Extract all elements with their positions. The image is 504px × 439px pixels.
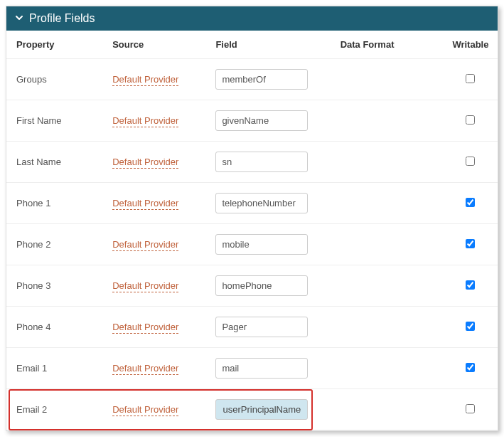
col-source: Source <box>102 31 205 59</box>
table-row: First NameDefault Provider <box>6 100 498 142</box>
format-cell <box>331 307 441 348</box>
source-cell: Default Provider <box>102 183 205 224</box>
writable-cell <box>441 348 498 389</box>
format-cell <box>331 265 441 307</box>
source-cell: Default Provider <box>102 100 205 142</box>
format-cell <box>331 348 441 389</box>
table-row: Phone 3Default Provider <box>6 265 498 307</box>
field-input[interactable] <box>215 69 308 90</box>
source-cell: Default Provider <box>102 348 205 389</box>
field-cell <box>205 348 330 389</box>
writable-cell <box>441 142 498 183</box>
field-input[interactable] <box>215 234 308 255</box>
field-input[interactable] <box>215 152 308 172</box>
property-cell: Groups <box>6 59 102 100</box>
format-cell <box>331 389 441 430</box>
profile-fields-table: Property Source Field Data Format Writab… <box>6 31 498 430</box>
chevron-down-icon <box>15 14 23 24</box>
source-link[interactable]: Default Provider <box>112 74 178 86</box>
writable-cell <box>441 307 498 348</box>
source-link[interactable]: Default Provider <box>112 322 178 334</box>
property-cell: Phone 1 <box>6 183 102 224</box>
source-link[interactable]: Default Provider <box>112 157 178 169</box>
property-cell: Last Name <box>6 142 102 183</box>
source-link[interactable]: Default Provider <box>112 363 178 375</box>
table-row: Last NameDefault Provider <box>6 142 498 183</box>
format-cell <box>331 183 441 224</box>
field-cell <box>205 183 330 224</box>
field-cell <box>205 224 330 265</box>
table-row: Phone 2Default Provider <box>6 224 498 265</box>
field-cell <box>205 389 330 430</box>
field-input[interactable] <box>215 358 308 379</box>
panel-header[interactable]: Profile Fields <box>6 6 498 31</box>
table-row: Phone 1Default Provider <box>6 183 498 224</box>
table-container: Property Source Field Data Format Writab… <box>6 31 498 430</box>
property-cell: First Name <box>6 100 102 142</box>
field-input[interactable] <box>215 193 308 213</box>
writable-checkbox[interactable] <box>466 322 475 331</box>
panel-title: Profile Fields <box>29 12 95 25</box>
field-cell <box>205 265 330 307</box>
property-cell: Phone 3 <box>6 265 102 307</box>
col-property: Property <box>6 31 102 59</box>
source-cell: Default Provider <box>102 224 205 265</box>
table-row: Phone 4Default Provider <box>6 307 498 348</box>
field-cell <box>205 59 330 100</box>
table-row: Email 1Default Provider <box>6 348 498 389</box>
field-input[interactable] <box>215 110 308 131</box>
source-cell: Default Provider <box>102 389 205 430</box>
field-input[interactable] <box>215 317 308 337</box>
col-writable: Writable <box>441 31 498 59</box>
source-link[interactable]: Default Provider <box>112 239 178 251</box>
source-link[interactable]: Default Provider <box>112 198 178 210</box>
col-field: Field <box>205 31 330 59</box>
writable-cell <box>441 224 498 265</box>
writable-checkbox[interactable] <box>466 239 475 248</box>
source-cell: Default Provider <box>102 307 205 348</box>
source-cell: Default Provider <box>102 142 205 183</box>
writable-checkbox[interactable] <box>466 280 475 290</box>
writable-cell <box>441 183 498 224</box>
format-cell <box>331 59 441 100</box>
writable-checkbox[interactable] <box>466 198 475 207</box>
writable-cell <box>441 100 498 142</box>
writable-cell <box>441 59 498 100</box>
writable-checkbox[interactable] <box>466 115 475 125</box>
col-format: Data Format <box>331 31 441 59</box>
field-cell <box>205 307 330 348</box>
writable-checkbox[interactable] <box>466 363 475 372</box>
table-row: GroupsDefault Provider <box>6 59 498 100</box>
writable-cell <box>441 389 498 430</box>
writable-cell <box>441 265 498 307</box>
property-cell: Email 1 <box>6 348 102 389</box>
profile-fields-panel: Profile Fields Property Source Field Dat… <box>6 6 498 431</box>
source-link[interactable]: Default Provider <box>112 280 178 292</box>
source-cell: Default Provider <box>102 265 205 307</box>
writable-checkbox[interactable] <box>466 404 475 413</box>
source-link[interactable]: Default Provider <box>112 404 178 416</box>
format-cell <box>331 224 441 265</box>
property-cell: Phone 2 <box>6 224 102 265</box>
property-cell: Email 2 <box>6 389 102 430</box>
field-input[interactable] <box>215 275 308 296</box>
writable-checkbox[interactable] <box>466 157 475 166</box>
field-cell <box>205 100 330 142</box>
writable-checkbox[interactable] <box>466 74 475 83</box>
field-cell <box>205 142 330 183</box>
source-link[interactable]: Default Provider <box>112 115 178 127</box>
table-header-row: Property Source Field Data Format Writab… <box>6 31 498 59</box>
property-cell: Phone 4 <box>6 307 102 348</box>
format-cell <box>331 100 441 142</box>
format-cell <box>331 142 441 183</box>
table-row: Email 2Default Provider <box>6 389 498 430</box>
field-input[interactable] <box>215 399 308 420</box>
source-cell: Default Provider <box>102 59 205 100</box>
